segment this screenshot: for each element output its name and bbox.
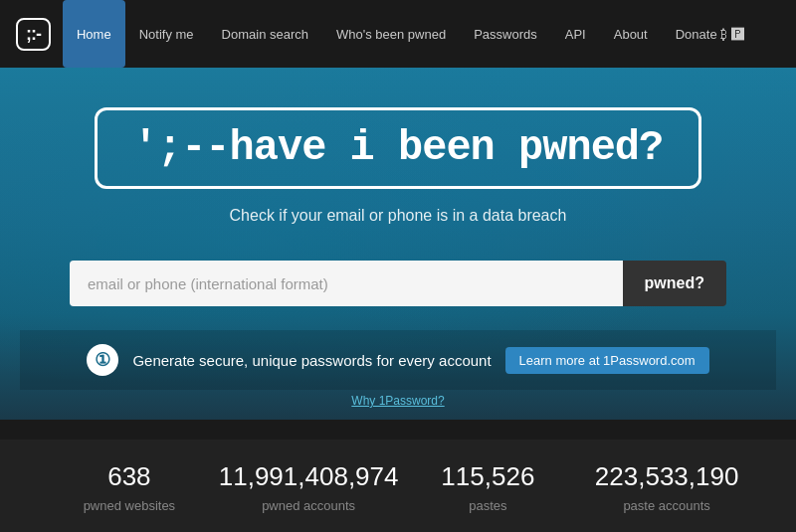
promo-bar: ① Generate secure, unique passwords for … xyxy=(20,330,776,390)
promo-why-link[interactable]: Why 1Password? xyxy=(351,394,444,408)
hero-title: ';--have i been pwned? xyxy=(133,124,664,172)
promo-cta[interactable]: Learn more at 1Password.com xyxy=(505,347,709,374)
nav-whos-been-pwned[interactable]: Who's been pwned xyxy=(322,0,460,68)
logo: ;:- xyxy=(16,18,51,51)
nav-passwords[interactable]: Passwords xyxy=(460,0,551,68)
stat-pastes: 115,526 pastes xyxy=(398,461,577,514)
stat-paste-accounts: 223,533,190 paste accounts xyxy=(577,461,756,514)
nav-notify[interactable]: Notify me xyxy=(125,0,208,68)
stat-pwned-accounts-label: pwned accounts xyxy=(262,498,355,513)
title-box: ';--have i been pwned? xyxy=(95,107,702,189)
nav-donate[interactable]: Donate ₿ 🅿 xyxy=(662,0,758,68)
stat-pwned-websites-number: 638 xyxy=(40,461,219,492)
stat-pwned-websites: 638 pwned websites xyxy=(40,461,219,514)
stat-pwned-accounts-number: 11,991,408,974 xyxy=(219,461,399,492)
nav-links: Home Notify me Domain search Who's been … xyxy=(63,0,758,68)
stat-paste-accounts-label: paste accounts xyxy=(623,498,709,513)
nav-domain-search[interactable]: Domain search xyxy=(208,0,322,68)
nav-api[interactable]: API xyxy=(551,0,600,68)
nav-about[interactable]: About xyxy=(600,0,662,68)
nav-home[interactable]: Home xyxy=(63,0,125,68)
search-input[interactable] xyxy=(70,261,623,306)
promo-text: Generate secure, unique passwords for ev… xyxy=(132,352,491,369)
stat-pwned-accounts: 11,991,408,974 pwned accounts xyxy=(219,461,399,514)
stat-paste-accounts-number: 223,533,190 xyxy=(577,461,756,492)
stat-pastes-label: pastes xyxy=(469,498,506,513)
hero-subtitle: Check if your email or phone is in a dat… xyxy=(20,207,776,225)
stats-bar: 638 pwned websites 11,991,408,974 pwned … xyxy=(0,440,796,532)
stat-pastes-number: 115,526 xyxy=(398,461,577,492)
search-button[interactable]: pwned? xyxy=(623,261,726,306)
onepassword-icon: ① xyxy=(87,344,118,376)
stat-pwned-websites-label: pwned websites xyxy=(84,498,176,513)
navbar: ;:- Home Notify me Domain search Who's b… xyxy=(0,0,796,68)
hero-section: ';--have i been pwned? Check if your ema… xyxy=(0,68,796,420)
search-form: pwned? xyxy=(70,261,726,306)
